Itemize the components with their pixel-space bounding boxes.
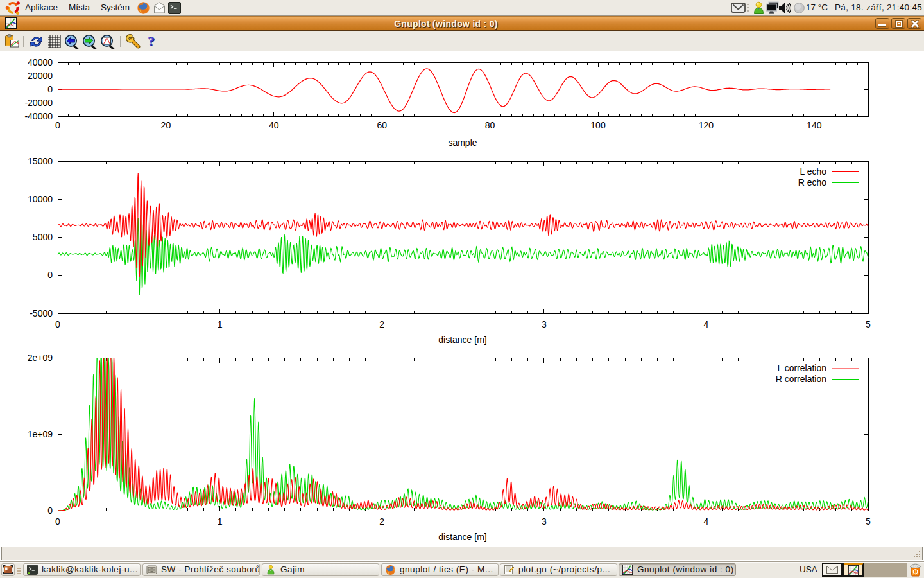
svg-text:40000: 40000 xyxy=(28,57,53,67)
svg-text:0: 0 xyxy=(47,505,53,516)
svg-text:4: 4 xyxy=(704,516,709,527)
svg-text:5: 5 xyxy=(866,319,871,329)
svg-text:3: 3 xyxy=(542,319,547,329)
svg-text:120: 120 xyxy=(699,120,714,130)
svg-text:20000: 20000 xyxy=(28,71,53,81)
svg-text:-40000: -40000 xyxy=(24,111,53,121)
svg-text:5000: 5000 xyxy=(33,232,53,242)
svg-text:sample: sample xyxy=(448,137,477,148)
svg-text:0: 0 xyxy=(55,319,60,329)
svg-text:-5000: -5000 xyxy=(30,308,53,319)
svg-text:0: 0 xyxy=(55,516,60,527)
svg-text:100: 100 xyxy=(590,120,606,130)
svg-text:20: 20 xyxy=(161,120,171,130)
svg-text:L echo: L echo xyxy=(800,166,826,177)
svg-text:-20000: -20000 xyxy=(24,98,53,108)
svg-text:0: 0 xyxy=(47,270,53,280)
svg-text:1: 1 xyxy=(218,319,223,329)
svg-text:0: 0 xyxy=(47,84,53,94)
svg-text:2e+09: 2e+09 xyxy=(28,353,53,363)
svg-text:5: 5 xyxy=(866,516,871,527)
svg-text:60: 60 xyxy=(377,120,387,130)
svg-text:?: ? xyxy=(148,34,155,49)
svg-text:10000: 10000 xyxy=(28,194,53,204)
svg-text:L correlation: L correlation xyxy=(777,363,826,373)
svg-text:distance [m]: distance [m] xyxy=(438,532,486,542)
svg-text:0: 0 xyxy=(55,120,60,130)
svg-text:40: 40 xyxy=(269,120,279,130)
svg-text:4: 4 xyxy=(704,319,709,329)
svg-text:2: 2 xyxy=(379,319,384,329)
svg-text:3: 3 xyxy=(542,516,547,527)
svg-text:1: 1 xyxy=(218,516,223,527)
svg-text:1e+09: 1e+09 xyxy=(28,429,53,439)
svg-text:R echo: R echo xyxy=(798,177,827,188)
svg-text:80: 80 xyxy=(485,120,495,130)
svg-text:2: 2 xyxy=(379,516,384,527)
svg-text:140: 140 xyxy=(807,120,822,130)
svg-text:R correlation: R correlation xyxy=(776,374,826,384)
svg-text:distance [m]: distance [m] xyxy=(438,335,486,345)
svg-text:15000: 15000 xyxy=(28,156,53,166)
